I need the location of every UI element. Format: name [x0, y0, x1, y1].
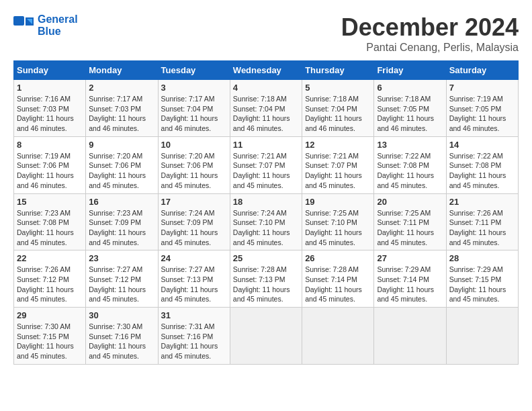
day-info: Sunrise: 7:22 AM Sunset: 7:08 PM Dayligh…	[377, 151, 443, 191]
day-number: 15	[17, 197, 83, 207]
day-number: 24	[161, 253, 227, 263]
day-info: Sunrise: 7:30 AM Sunset: 7:15 PM Dayligh…	[17, 322, 83, 361]
day-info: Sunrise: 7:26 AM Sunset: 7:11 PM Dayligh…	[449, 208, 515, 248]
calendar-day: 24Sunrise: 7:27 AM Sunset: 7:13 PM Dayli…	[158, 250, 230, 308]
day-info: Sunrise: 7:24 AM Sunset: 7:09 PM Dayligh…	[161, 208, 227, 248]
month-title: December 2024	[341, 13, 519, 42]
day-info: Sunrise: 7:27 AM Sunset: 7:13 PM Dayligh…	[161, 265, 227, 304]
day-number: 9	[89, 140, 154, 150]
day-number: 19	[305, 197, 371, 207]
day-info: Sunrise: 7:18 AM Sunset: 7:04 PM Dayligh…	[305, 94, 371, 134]
day-info: Sunrise: 7:26 AM Sunset: 7:12 PM Dayligh…	[17, 265, 83, 304]
day-info: Sunrise: 7:28 AM Sunset: 7:13 PM Dayligh…	[233, 265, 299, 304]
calendar-day: 28Sunrise: 7:29 AM Sunset: 7:15 PM Dayli…	[446, 250, 518, 308]
calendar-day: 12Sunrise: 7:21 AM Sunset: 7:07 PM Dayli…	[302, 136, 374, 193]
day-number: 29	[17, 310, 83, 320]
calendar-day: 7Sunrise: 7:19 AM Sunset: 7:05 PM Daylig…	[446, 80, 518, 137]
day-number: 16	[89, 197, 154, 207]
calendar-week-4: 22Sunrise: 7:26 AM Sunset: 7:12 PM Dayli…	[14, 250, 519, 308]
day-number: 21	[449, 197, 515, 207]
logo: General Blue	[13, 13, 78, 38]
day-info: Sunrise: 7:21 AM Sunset: 7:07 PM Dayligh…	[233, 151, 299, 191]
calendar-day: 13Sunrise: 7:22 AM Sunset: 7:08 PM Dayli…	[374, 136, 446, 193]
day-number: 1	[17, 83, 83, 93]
calendar-day: 27Sunrise: 7:29 AM Sunset: 7:14 PM Dayli…	[374, 250, 446, 308]
day-number: 23	[89, 253, 154, 263]
day-number: 20	[377, 197, 443, 207]
day-number: 17	[161, 197, 227, 207]
calendar-day	[230, 308, 302, 365]
calendar-day: 6Sunrise: 7:18 AM Sunset: 7:05 PM Daylig…	[374, 80, 446, 137]
day-number: 10	[161, 140, 227, 150]
day-number: 18	[233, 197, 299, 207]
day-number: 7	[449, 83, 515, 93]
day-info: Sunrise: 7:20 AM Sunset: 7:06 PM Dayligh…	[89, 151, 154, 191]
calendar-day: 2Sunrise: 7:17 AM Sunset: 7:03 PM Daylig…	[86, 80, 158, 137]
header-day-wednesday: Wednesday	[230, 61, 302, 80]
calendar-day: 15Sunrise: 7:23 AM Sunset: 7:08 PM Dayli…	[14, 193, 86, 250]
day-info: Sunrise: 7:27 AM Sunset: 7:12 PM Dayligh…	[89, 265, 154, 304]
logo-text: General Blue	[38, 13, 78, 38]
calendar-day: 10Sunrise: 7:20 AM Sunset: 7:06 PM Dayli…	[158, 136, 230, 193]
calendar-header: SundayMondayTuesdayWednesdayThursdayFrid…	[14, 61, 519, 80]
calendar-table: SundayMondayTuesdayWednesdayThursdayFrid…	[13, 60, 519, 365]
calendar-day	[446, 308, 518, 365]
day-number: 5	[305, 83, 371, 93]
calendar-day: 23Sunrise: 7:27 AM Sunset: 7:12 PM Dayli…	[86, 250, 158, 308]
day-info: Sunrise: 7:23 AM Sunset: 7:08 PM Dayligh…	[17, 208, 83, 248]
day-number: 31	[161, 310, 227, 320]
calendar-day: 11Sunrise: 7:21 AM Sunset: 7:07 PM Dayli…	[230, 136, 302, 193]
day-number: 11	[233, 140, 299, 150]
day-number: 14	[449, 140, 515, 150]
day-info: Sunrise: 7:20 AM Sunset: 7:06 PM Dayligh…	[161, 151, 227, 191]
day-number: 27	[377, 253, 443, 263]
day-info: Sunrise: 7:25 AM Sunset: 7:10 PM Dayligh…	[305, 208, 371, 248]
day-number: 28	[449, 253, 515, 263]
day-number: 4	[233, 83, 299, 93]
day-info: Sunrise: 7:16 AM Sunset: 7:03 PM Dayligh…	[17, 94, 83, 134]
header-day-tuesday: Tuesday	[158, 61, 230, 80]
calendar-week-2: 8Sunrise: 7:19 AM Sunset: 7:06 PM Daylig…	[14, 136, 519, 193]
calendar-body: 1Sunrise: 7:16 AM Sunset: 7:03 PM Daylig…	[14, 80, 519, 365]
header-row: SundayMondayTuesdayWednesdayThursdayFrid…	[14, 61, 519, 80]
calendar-week-1: 1Sunrise: 7:16 AM Sunset: 7:03 PM Daylig…	[14, 80, 519, 137]
logo-icon	[13, 16, 35, 35]
day-info: Sunrise: 7:18 AM Sunset: 7:04 PM Dayligh…	[233, 94, 299, 134]
day-number: 30	[89, 310, 154, 320]
calendar-day: 22Sunrise: 7:26 AM Sunset: 7:12 PM Dayli…	[14, 250, 86, 308]
day-info: Sunrise: 7:29 AM Sunset: 7:14 PM Dayligh…	[377, 265, 443, 304]
calendar-day: 19Sunrise: 7:25 AM Sunset: 7:10 PM Dayli…	[302, 193, 374, 250]
calendar-day: 21Sunrise: 7:26 AM Sunset: 7:11 PM Dayli…	[446, 193, 518, 250]
calendar-week-3: 15Sunrise: 7:23 AM Sunset: 7:08 PM Dayli…	[14, 193, 519, 250]
calendar-day: 9Sunrise: 7:20 AM Sunset: 7:06 PM Daylig…	[86, 136, 158, 193]
calendar-day: 18Sunrise: 7:24 AM Sunset: 7:10 PM Dayli…	[230, 193, 302, 250]
header-day-monday: Monday	[86, 61, 158, 80]
calendar-day	[302, 308, 374, 365]
day-info: Sunrise: 7:17 AM Sunset: 7:04 PM Dayligh…	[161, 94, 227, 134]
day-info: Sunrise: 7:24 AM Sunset: 7:10 PM Dayligh…	[233, 208, 299, 248]
day-number: 8	[17, 140, 83, 150]
day-info: Sunrise: 7:18 AM Sunset: 7:05 PM Dayligh…	[377, 94, 443, 134]
calendar-day: 4Sunrise: 7:18 AM Sunset: 7:04 PM Daylig…	[230, 80, 302, 137]
day-number: 2	[89, 83, 154, 93]
calendar-week-5: 29Sunrise: 7:30 AM Sunset: 7:15 PM Dayli…	[14, 308, 519, 365]
calendar-day: 25Sunrise: 7:28 AM Sunset: 7:13 PM Dayli…	[230, 250, 302, 308]
day-info: Sunrise: 7:31 AM Sunset: 7:16 PM Dayligh…	[161, 322, 227, 361]
day-number: 12	[305, 140, 371, 150]
header-day-saturday: Saturday	[446, 61, 518, 80]
calendar-day: 17Sunrise: 7:24 AM Sunset: 7:09 PM Dayli…	[158, 193, 230, 250]
day-info: Sunrise: 7:21 AM Sunset: 7:07 PM Dayligh…	[305, 151, 371, 191]
day-info: Sunrise: 7:19 AM Sunset: 7:06 PM Dayligh…	[17, 151, 83, 191]
calendar-day: 3Sunrise: 7:17 AM Sunset: 7:04 PM Daylig…	[158, 80, 230, 137]
day-number: 22	[17, 253, 83, 263]
day-info: Sunrise: 7:30 AM Sunset: 7:16 PM Dayligh…	[89, 322, 154, 361]
title-block: December 2024 Pantai Cenang, Perlis, Mal…	[341, 13, 519, 54]
calendar-day: 1Sunrise: 7:16 AM Sunset: 7:03 PM Daylig…	[14, 80, 86, 137]
page-header: General Blue December 2024 Pantai Cenang…	[13, 13, 519, 54]
calendar-day: 5Sunrise: 7:18 AM Sunset: 7:04 PM Daylig…	[302, 80, 374, 137]
day-info: Sunrise: 7:17 AM Sunset: 7:03 PM Dayligh…	[89, 94, 154, 134]
calendar-day: 20Sunrise: 7:25 AM Sunset: 7:11 PM Dayli…	[374, 193, 446, 250]
calendar-day: 8Sunrise: 7:19 AM Sunset: 7:06 PM Daylig…	[14, 136, 86, 193]
day-number: 13	[377, 140, 443, 150]
day-info: Sunrise: 7:19 AM Sunset: 7:05 PM Dayligh…	[449, 94, 515, 134]
